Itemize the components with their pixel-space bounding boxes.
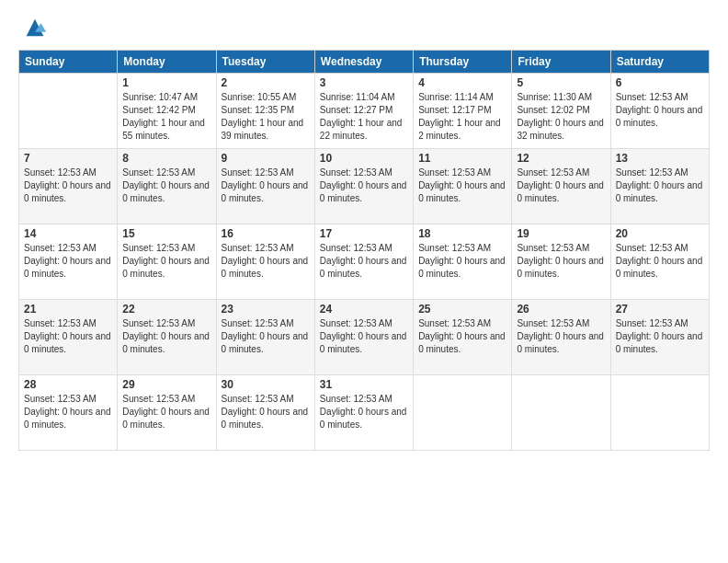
calendar-header-saturday: Saturday [610,51,709,74]
calendar-cell: 24Sunset: 12:53 AMDaylight: 0 hours and … [314,300,413,375]
day-info: Sunset: 12:53 AMDaylight: 0 hours and 0 … [122,242,210,281]
calendar-cell: 1Sunrise: 10:47 AMSunset: 12:42 PMDaylig… [118,74,216,149]
day-info: Sunset: 12:53 AMDaylight: 0 hours and 0 … [616,317,704,356]
calendar-table: SundayMondayTuesdayWednesdayThursdayFrid… [18,50,710,451]
day-number: 29 [122,378,210,391]
calendar-cell: 27Sunset: 12:53 AMDaylight: 0 hours and … [610,300,709,375]
day-info: Sunrise: 11:30 AMSunset: 12:02 PMDayligh… [517,91,605,143]
page: SundayMondayTuesdayWednesdayThursdayFrid… [0,0,728,460]
day-number: 7 [24,152,112,165]
calendar-header-sunday: Sunday [19,51,118,74]
calendar-header-row: SundayMondayTuesdayWednesdayThursdayFrid… [19,51,710,74]
calendar-cell: 16Sunset: 12:53 AMDaylight: 0 hours and … [216,224,314,300]
header [18,15,710,40]
calendar-cell: 28Sunset: 12:53 AMDaylight: 0 hours and … [19,375,118,451]
calendar-week-row: 28Sunset: 12:53 AMDaylight: 0 hours and … [19,375,710,451]
day-number: 26 [517,303,605,316]
day-number: 27 [616,303,704,316]
day-number: 15 [122,227,210,240]
day-info: Sunset: 12:53 AMDaylight: 0 hours and 0 … [616,242,704,281]
calendar-cell [414,375,512,451]
day-info: Sunset: 12:53 AMDaylight: 0 hours and 0 … [222,242,310,281]
calendar-week-row: 14Sunset: 12:53 AMDaylight: 0 hours and … [19,224,710,300]
day-info: Sunset: 12:53 AMDaylight: 0 hours and 0 … [24,167,112,205]
calendar-header-thursday: Thursday [414,51,512,74]
day-number: 20 [616,227,704,240]
day-info: Sunset: 12:53 AMDaylight: 0 hours and 0 … [320,242,408,281]
calendar-cell: 15Sunset: 12:53 AMDaylight: 0 hours and … [118,224,216,300]
calendar-cell: 30Sunset: 12:53 AMDaylight: 0 hours and … [216,375,314,451]
calendar-cell: 29Sunset: 12:53 AMDaylight: 0 hours and … [118,375,216,451]
day-info: Sunrise: 10:55 AMSunset: 12:35 PMDayligh… [222,91,310,143]
calendar-cell [512,375,610,451]
calendar-header-friday: Friday [512,51,610,74]
calendar-cell: 8Sunset: 12:53 AMDaylight: 0 hours and 0… [118,149,216,224]
calendar-week-row: 7Sunset: 12:53 AMDaylight: 0 hours and 0… [19,149,710,224]
day-info: Sunset: 12:53 AMDaylight: 0 hours and 0 … [222,167,310,205]
day-info: Sunset: 12:53 AMDaylight: 0 hours and 0 … [418,167,506,205]
calendar-cell: 3Sunrise: 11:04 AMSunset: 12:27 PMDaylig… [314,74,413,149]
calendar-cell: 14Sunset: 12:53 AMDaylight: 0 hours and … [19,224,118,300]
day-number: 12 [517,152,605,165]
day-info: Sunset: 12:53 AMDaylight: 0 hours and 0 … [122,393,210,431]
day-number: 28 [24,378,112,391]
day-info: Sunset: 12:53 AMDaylight: 0 hours and 0 … [517,167,605,205]
calendar-cell: 13Sunset: 12:53 AMDaylight: 0 hours and … [610,149,709,224]
calendar-cell: 5Sunrise: 11:30 AMSunset: 12:02 PMDaylig… [512,74,610,149]
day-info: Sunrise: 11:04 AMSunset: 12:27 PMDayligh… [320,91,408,143]
day-info: Sunset: 12:53 AMDaylight: 0 hours and 0 … [616,91,704,130]
day-info: Sunset: 12:53 AMDaylight: 0 hours and 0 … [24,242,112,281]
calendar-cell: 19Sunset: 12:53 AMDaylight: 0 hours and … [512,224,610,300]
day-info: Sunset: 12:53 AMDaylight: 0 hours and 0 … [122,317,210,356]
calendar-header-wednesday: Wednesday [314,51,413,74]
day-info: Sunset: 12:53 AMDaylight: 0 hours and 0 … [320,393,408,431]
day-number: 6 [616,76,704,89]
calendar-cell: 23Sunset: 12:53 AMDaylight: 0 hours and … [216,300,314,375]
day-number: 23 [222,303,310,316]
day-number: 8 [122,152,210,165]
calendar-cell: 22Sunset: 12:53 AMDaylight: 0 hours and … [118,300,216,375]
day-number: 22 [122,303,210,316]
day-info: Sunrise: 11:14 AMSunset: 12:17 PMDayligh… [418,91,506,143]
day-number: 11 [418,152,506,165]
day-info: Sunrise: 10:47 AMSunset: 12:42 PMDayligh… [122,91,210,143]
day-info: Sunset: 12:53 AMDaylight: 0 hours and 0 … [24,393,112,431]
calendar-cell: 9Sunset: 12:53 AMDaylight: 0 hours and 0… [216,149,314,224]
day-number: 16 [222,227,310,240]
calendar-cell: 11Sunset: 12:53 AMDaylight: 0 hours and … [414,149,512,224]
calendar-cell [610,375,709,451]
day-number: 5 [517,76,605,89]
day-info: Sunset: 12:53 AMDaylight: 0 hours and 0 … [222,317,310,356]
calendar-cell [19,74,118,149]
day-number: 14 [24,227,112,240]
day-info: Sunset: 12:53 AMDaylight: 0 hours and 0 … [320,167,408,205]
day-info: Sunset: 12:53 AMDaylight: 0 hours and 0 … [122,167,210,205]
calendar-cell: 18Sunset: 12:53 AMDaylight: 0 hours and … [414,224,512,300]
day-info: Sunset: 12:53 AMDaylight: 0 hours and 0 … [517,242,605,281]
day-number: 1 [122,76,210,89]
day-info: Sunset: 12:53 AMDaylight: 0 hours and 0 … [320,317,408,356]
calendar-cell: 20Sunset: 12:53 AMDaylight: 0 hours and … [610,224,709,300]
logo-icon [22,15,48,40]
day-info: Sunset: 12:53 AMDaylight: 0 hours and 0 … [24,317,112,356]
calendar-cell: 17Sunset: 12:53 AMDaylight: 0 hours and … [314,224,413,300]
calendar-cell: 2Sunrise: 10:55 AMSunset: 12:35 PMDaylig… [216,74,314,149]
day-info: Sunset: 12:53 AMDaylight: 0 hours and 0 … [517,317,605,356]
calendar-cell: 25Sunset: 12:53 AMDaylight: 0 hours and … [414,300,512,375]
calendar-cell: 6Sunset: 12:53 AMDaylight: 0 hours and 0… [610,74,709,149]
day-number: 13 [616,152,704,165]
calendar-cell: 21Sunset: 12:53 AMDaylight: 0 hours and … [19,300,118,375]
calendar-cell: 31Sunset: 12:53 AMDaylight: 0 hours and … [314,375,413,451]
day-info: Sunset: 12:53 AMDaylight: 0 hours and 0 … [418,242,506,281]
day-number: 9 [222,152,310,165]
calendar-cell: 12Sunset: 12:53 AMDaylight: 0 hours and … [512,149,610,224]
calendar-header-monday: Monday [118,51,216,74]
day-number: 18 [418,227,506,240]
day-number: 31 [320,378,408,391]
day-number: 24 [320,303,408,316]
logo [18,15,48,40]
day-number: 25 [418,303,506,316]
calendar-cell: 10Sunset: 12:53 AMDaylight: 0 hours and … [314,149,413,224]
day-number: 30 [222,378,310,391]
day-number: 10 [320,152,408,165]
